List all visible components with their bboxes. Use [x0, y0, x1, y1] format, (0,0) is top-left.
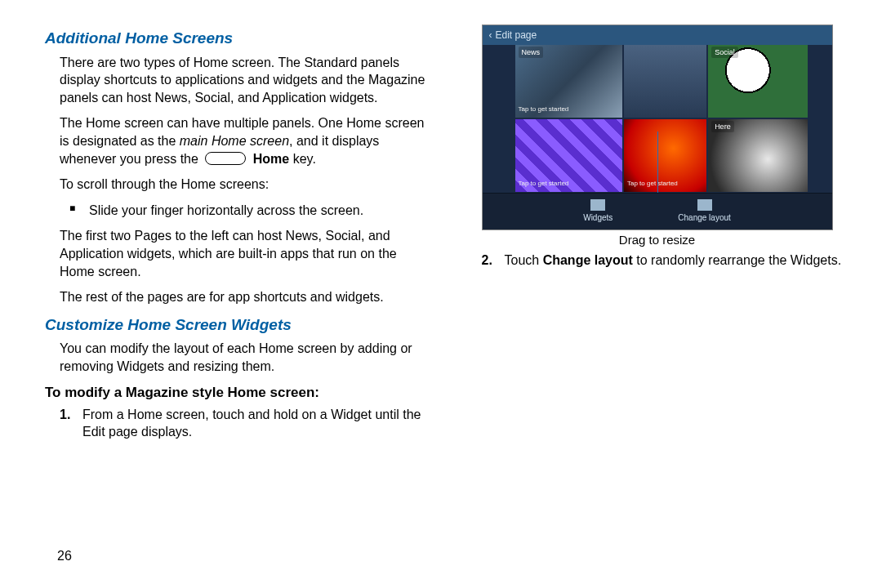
label: Widgets — [583, 212, 612, 224]
para-modify-layout: You can modify the layout of each Home s… — [45, 340, 428, 375]
text-bold-change-layout: Change layout — [543, 253, 633, 267]
widgets-icon — [590, 199, 605, 211]
bullet-text: Slide your finger horizontally across th… — [89, 202, 428, 220]
figure-tiles: News Tap to get started Social Tap to ge… — [515, 45, 808, 192]
text-bold-home: Home — [253, 152, 289, 166]
figure-caption: Drag to resize — [482, 232, 833, 248]
tile-label: Here — [711, 121, 734, 132]
bullet-slide: ■ Slide your finger horizontally across … — [45, 202, 428, 220]
figure-bottom-bar: Widgets Change layout — [483, 193, 832, 229]
label: Change layout — [678, 212, 731, 224]
step-1: 1. From a Home screen, touch and hold on… — [45, 406, 428, 441]
para-types: There are two types of Home screen. The … — [45, 54, 428, 107]
chevron-left-icon: ‹ — [489, 29, 492, 41]
figure-header-label: Edit page — [496, 29, 537, 41]
tile-caption: Tap to get started — [627, 180, 678, 189]
page-number: 26 — [57, 547, 72, 565]
para-main-home: The Home screen can have multiple panels… — [45, 114, 428, 167]
bullet-square-icon: ■ — [69, 202, 89, 220]
tile-caption: Tap to get started — [519, 105, 569, 114]
home-key-icon — [205, 152, 246, 165]
tile-grey: Here — [708, 119, 807, 192]
figure-screenshot: ‹Edit page News Tap to get started Socia… — [482, 24, 833, 230]
tile-red: Tap to get started — [624, 119, 706, 192]
button-widgets: Widgets — [583, 199, 612, 224]
step-text: From a Home screen, touch and hold on a … — [82, 406, 428, 441]
text: Touch — [505, 253, 543, 267]
heading-customize-widgets: Customize Home Screen Widgets — [45, 314, 428, 336]
tile-label: News — [519, 47, 544, 58]
heading-additional-home-screens: Additional Home Screens — [45, 28, 428, 49]
figure-header: ‹Edit page — [483, 25, 832, 45]
figure-edit-page: ‹Edit page News Tap to get started Socia… — [482, 24, 833, 248]
tile-news: News Tap to get started — [515, 45, 622, 118]
step-number: 1. — [45, 406, 82, 441]
tile-sky — [624, 45, 706, 118]
tile-label: Social — [711, 47, 738, 58]
text-italic-main-home: main Home screen — [180, 134, 289, 148]
step-2: 2. Touch Change layout to randomly rearr… — [467, 252, 850, 270]
tile-caption: Tap to get started — [519, 180, 569, 189]
para-scroll-intro: To scroll through the Home screens: — [45, 176, 428, 194]
text: to randomly rearrange the Widgets. — [633, 253, 841, 267]
para-rest-pages: The rest of the pages are for app shortc… — [45, 288, 428, 306]
tile-purple: Tap to get started — [515, 119, 622, 192]
change-layout-icon — [697, 199, 712, 211]
button-change-layout: Change layout — [678, 199, 731, 224]
step-number: 2. — [467, 252, 505, 270]
tile-social: Social — [708, 45, 807, 118]
text: key. — [289, 152, 316, 166]
para-first-two-pages: The first two Pages to the left can host… — [45, 227, 428, 280]
step-text: Touch Change layout to randomly rearrang… — [505, 252, 850, 270]
heading-modify-magazine: To modify a Magazine style Home screen: — [45, 384, 428, 403]
